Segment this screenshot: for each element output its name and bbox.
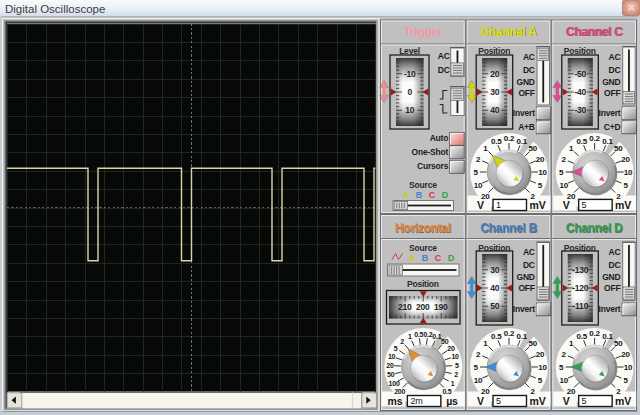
svg-text:Channel C: Channel C xyxy=(566,25,623,39)
svg-text:GND: GND xyxy=(602,272,620,282)
svg-text:Channel D: Channel D xyxy=(566,221,623,235)
svg-text:10: 10 xyxy=(474,376,483,385)
svg-text:10: 10 xyxy=(624,168,633,177)
svg-text:10: 10 xyxy=(451,353,459,360)
svg-text:20: 20 xyxy=(536,155,545,164)
svg-text:DC: DC xyxy=(523,65,535,75)
svg-text:5: 5 xyxy=(582,200,587,210)
svg-text:10: 10 xyxy=(559,181,568,190)
svg-text:OFF: OFF xyxy=(604,283,620,293)
svg-text:Horizontal: Horizontal xyxy=(395,221,451,235)
svg-text:10: 10 xyxy=(559,376,568,385)
svg-text:2: 2 xyxy=(562,155,567,164)
svg-text:5: 5 xyxy=(582,396,587,406)
svg-text:210: 210 xyxy=(398,302,412,312)
svg-text:2: 2 xyxy=(562,350,567,359)
svg-text:20: 20 xyxy=(447,345,455,352)
svg-text:10: 10 xyxy=(538,168,547,177)
svg-text:0.5: 0.5 xyxy=(577,332,588,341)
svg-text:0.5: 0.5 xyxy=(577,137,588,146)
svg-text:2: 2 xyxy=(476,350,481,359)
svg-text:AC: AC xyxy=(609,52,621,62)
svg-text:V: V xyxy=(563,395,570,407)
svg-text:mV: mV xyxy=(615,395,631,407)
svg-text:Trigger: Trigger xyxy=(404,25,443,39)
svg-text:0: 0 xyxy=(408,87,413,97)
svg-text:-40: -40 xyxy=(574,87,586,97)
svg-text:5: 5 xyxy=(538,376,543,385)
svg-text:OFF: OFF xyxy=(518,88,534,98)
svg-text:OFF: OFF xyxy=(604,88,620,98)
svg-text:0.2: 0.2 xyxy=(504,329,515,338)
svg-text:D: D xyxy=(442,190,449,200)
svg-text:0.1: 0.1 xyxy=(517,137,528,146)
svg-text:-30: -30 xyxy=(574,105,586,115)
svg-text:5: 5 xyxy=(559,168,564,177)
svg-text:One-Shot: One-Shot xyxy=(412,147,449,157)
svg-text:50: 50 xyxy=(490,301,500,311)
svg-text:V: V xyxy=(477,395,484,407)
svg-text:Invert: Invert xyxy=(599,108,621,118)
svg-text:30: 30 xyxy=(490,87,500,97)
svg-text:2: 2 xyxy=(454,371,458,378)
svg-text:C+D: C+D xyxy=(604,122,621,132)
svg-text:V: V xyxy=(477,199,484,211)
svg-text:DC: DC xyxy=(609,65,621,75)
svg-text:mV: mV xyxy=(530,395,546,407)
svg-text:20: 20 xyxy=(536,350,545,359)
svg-text:5: 5 xyxy=(623,376,628,385)
svg-text:10: 10 xyxy=(474,181,483,190)
svg-text:1: 1 xyxy=(451,380,455,387)
svg-text:1: 1 xyxy=(408,333,412,340)
svg-text:A: A xyxy=(403,190,410,200)
svg-text:-50: -50 xyxy=(574,69,586,79)
svg-text:0.2: 0.2 xyxy=(504,134,515,143)
svg-text:A: A xyxy=(409,253,416,263)
svg-text:Source: Source xyxy=(409,243,437,253)
svg-text:20: 20 xyxy=(490,69,500,79)
svg-text:-130: -130 xyxy=(572,265,589,275)
svg-text:2m: 2m xyxy=(410,396,422,406)
svg-text:30: 30 xyxy=(490,265,500,275)
svg-text:5: 5 xyxy=(455,362,459,369)
svg-text:10: 10 xyxy=(538,363,547,372)
svg-text:20: 20 xyxy=(386,362,394,369)
svg-text:Channel B: Channel B xyxy=(480,221,537,235)
svg-text:40: 40 xyxy=(490,283,500,293)
svg-text:40: 40 xyxy=(490,105,500,115)
svg-text:1: 1 xyxy=(483,339,488,348)
svg-text:20: 20 xyxy=(621,350,630,359)
svg-text:AC: AC xyxy=(523,247,535,257)
svg-text:1: 1 xyxy=(483,144,488,153)
svg-text:50: 50 xyxy=(387,371,395,378)
svg-text:Invert: Invert xyxy=(599,304,621,314)
svg-text:5: 5 xyxy=(559,363,564,372)
svg-text:0.2: 0.2 xyxy=(589,134,600,143)
svg-text:Digital Oscilloscope: Digital Oscilloscope xyxy=(5,3,105,15)
svg-text:200: 200 xyxy=(416,302,430,312)
svg-text:GND: GND xyxy=(602,77,620,87)
svg-text:DC: DC xyxy=(438,65,450,75)
svg-text:-10: -10 xyxy=(404,69,416,79)
svg-text:0.5: 0.5 xyxy=(491,137,502,146)
svg-text:DC: DC xyxy=(523,260,535,270)
svg-text:Cursors: Cursors xyxy=(417,161,449,171)
svg-text:10: 10 xyxy=(388,353,396,360)
svg-text:5: 5 xyxy=(496,396,501,406)
svg-text:190: 190 xyxy=(434,302,448,312)
svg-text:AC: AC xyxy=(438,51,450,61)
svg-text:OFF: OFF xyxy=(518,283,534,293)
svg-text:2: 2 xyxy=(400,338,404,345)
svg-text:AC: AC xyxy=(609,247,621,257)
svg-text:-120: -120 xyxy=(572,283,589,293)
svg-text:Position: Position xyxy=(564,46,596,56)
svg-text:0.5: 0.5 xyxy=(442,388,451,395)
svg-text:5: 5 xyxy=(538,181,543,190)
svg-text:50: 50 xyxy=(528,339,537,348)
svg-text:0.1: 0.1 xyxy=(602,137,613,146)
svg-text:100: 100 xyxy=(389,380,400,387)
svg-text:2: 2 xyxy=(476,155,481,164)
svg-text:Channel A: Channel A xyxy=(480,25,537,39)
svg-text:0.2: 0.2 xyxy=(589,329,600,338)
svg-text:10: 10 xyxy=(624,363,633,372)
